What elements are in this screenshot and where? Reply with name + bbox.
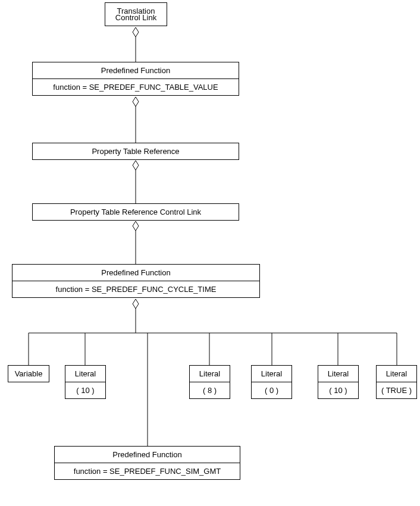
node-title: Literal [252, 366, 292, 382]
svg-marker-6 [133, 221, 139, 231]
node-title: Predefined Function [33, 62, 239, 78]
node-translation-control-link: Translation Control Link [105, 2, 167, 26]
node-value: ( TRUE ) [377, 382, 416, 398]
node-value: ( 0 ) [252, 382, 292, 398]
svg-marker-8 [133, 299, 139, 309]
node-value: ( 10 ) [318, 382, 358, 398]
node-property-table-reference: Property Table Reference [32, 143, 239, 160]
node-predefined-function-table-value: Predefined Function function = SE_PREDEF… [32, 62, 239, 96]
node-predefined-function-sim-gmt: Predefined Function function = SE_PREDEF… [54, 446, 240, 480]
edge-tcl-pf1 [133, 27, 139, 62]
node-subtitle: Control Link [105, 13, 167, 26]
node-attr: function = SE_PREDEF_FUNC_TABLE_VALUE [33, 78, 239, 95]
node-title: Predefined Function [12, 265, 259, 281]
edge-ptr-ptrcl [133, 161, 139, 203]
node-attr: function = SE_PREDEF_FUNC_CYCLE_TIME [12, 281, 259, 297]
edge-pf1-ptr [133, 97, 139, 143]
node-title: Literal [190, 366, 230, 382]
node-attr: function = SE_PREDEF_FUNC_SIM_GMT [55, 463, 240, 479]
node-predefined-function-cycle-time: Predefined Function function = SE_PREDEF… [12, 264, 260, 298]
edge-ptrcl-pf2 [133, 221, 139, 264]
node-literal-5: Literal ( TRUE ) [376, 365, 417, 399]
svg-marker-4 [133, 161, 139, 170]
node-literal-4: Literal ( 10 ) [318, 365, 359, 399]
svg-marker-2 [133, 97, 139, 106]
node-variable: Variable [8, 365, 49, 382]
node-title: Property Table Reference [33, 143, 239, 159]
node-title: Property Table Reference Control Link [33, 204, 239, 220]
node-title: Literal [318, 366, 358, 382]
node-title: Literal [377, 366, 416, 382]
node-literal-1: Literal ( 10 ) [65, 365, 106, 399]
node-literal-2: Literal ( 8 ) [189, 365, 230, 399]
node-property-table-reference-control-link: Property Table Reference Control Link [32, 203, 239, 221]
node-title: Predefined Function [55, 447, 240, 463]
node-value: ( 8 ) [190, 382, 230, 398]
node-literal-3: Literal ( 0 ) [251, 365, 292, 399]
node-title: Literal [65, 366, 105, 382]
svg-marker-0 [133, 27, 139, 37]
node-value: ( 10 ) [65, 382, 105, 398]
node-title: Variable [8, 366, 49, 382]
